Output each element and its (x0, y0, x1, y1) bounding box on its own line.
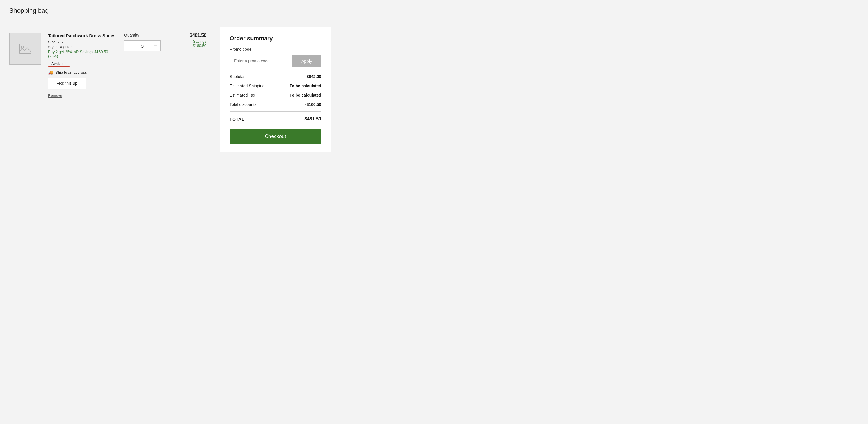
quantity-label: Quantity (124, 33, 139, 37)
product-size: Size: 7.5 (48, 40, 117, 44)
tax-value: To be calculated (290, 93, 321, 97)
decrease-quantity-button[interactable]: − (124, 40, 135, 51)
total-label: TOTAL (229, 117, 244, 121)
pickup-button[interactable]: Pick this up (48, 78, 86, 89)
shipping-value: To be calculated (290, 84, 321, 88)
cart-item-inner: Tailored Patchwork Dress Shoes Size: 7.5… (9, 33, 207, 98)
summary-divider (229, 111, 321, 112)
discounts-row: Total discounts -$160.50 (229, 102, 321, 107)
product-image (9, 33, 41, 65)
cart-item: Tailored Patchwork Dress Shoes Size: 7.5… (9, 27, 207, 104)
tax-row: Estimated Tax To be calculated (229, 93, 321, 97)
savings-label: Savings (193, 39, 207, 44)
discounts-value: -$160.50 (305, 102, 321, 107)
svg-rect-0 (20, 44, 31, 53)
main-layout: Tailored Patchwork Dress Shoes Size: 7.5… (9, 27, 859, 152)
image-placeholder-icon (19, 43, 32, 55)
price-section: $481.50 Savings $160.50 (172, 33, 207, 48)
subtotal-row: Subtotal $642.00 (229, 74, 321, 79)
cart-bottom-divider (9, 111, 207, 111)
order-summary: Order summary Promo code Apply Subtotal … (220, 27, 331, 152)
quantity-controls: − 3 + (124, 40, 161, 51)
product-name: Tailored Patchwork Dress Shoes (48, 33, 117, 38)
promo-row: Apply (229, 55, 321, 67)
promo-input[interactable] (229, 55, 292, 67)
subtotal-label: Subtotal (229, 74, 244, 79)
quantity-section: Quantity − 3 + (124, 33, 165, 51)
remove-button[interactable]: Remove (48, 93, 62, 98)
total-row: TOTAL $481.50 (229, 116, 321, 121)
availability-badge: Available (48, 61, 70, 67)
ship-row: 🚚 Ship to an address (48, 70, 117, 75)
ship-icon: 🚚 (48, 70, 53, 75)
shipping-row: Estimated Shipping To be calculated (229, 84, 321, 88)
order-summary-title: Order summary (229, 35, 321, 42)
tax-label: Estimated Tax (229, 93, 255, 97)
cart-section: Tailored Patchwork Dress Shoes Size: 7.5… (9, 27, 207, 111)
product-details: Tailored Patchwork Dress Shoes Size: 7.5… (48, 33, 117, 98)
discounts-label: Total discounts (229, 102, 256, 107)
quantity-value: 3 (135, 40, 150, 51)
total-value: $481.50 (304, 116, 321, 121)
promo-code-label: Promo code (229, 47, 321, 52)
product-price: $481.50 (190, 33, 207, 38)
apply-button[interactable]: Apply (292, 55, 321, 67)
page-title: Shopping bag (9, 7, 859, 15)
svg-point-1 (22, 46, 24, 48)
checkout-button[interactable]: Checkout (229, 129, 321, 144)
product-style: Style: Regular (48, 45, 117, 49)
savings-value: $160.50 (193, 44, 207, 48)
product-promo: Buy 2 get 25% off: Savings $160.50 (25%) (48, 50, 117, 58)
shipping-label: Estimated Shipping (229, 84, 265, 88)
subtotal-value: $642.00 (306, 74, 321, 79)
ship-label: Ship to an address (55, 70, 87, 75)
increase-quantity-button[interactable]: + (150, 40, 161, 51)
